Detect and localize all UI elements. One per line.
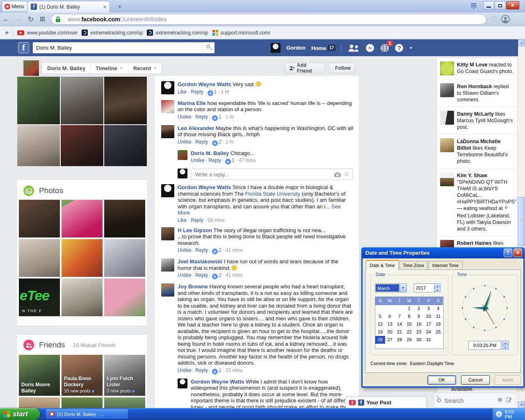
friend-tile[interactable] [104,397,145,408]
recent-tab[interactable]: Recent▼ [128,63,162,73]
tab-time-zone[interactable]: Time Zone [399,261,427,269]
reply-input[interactable] [191,169,353,180]
comment-author[interactable]: Marina Elle [178,100,206,106]
calendar-day[interactable]: 21 [395,328,404,336]
your-post-chat-tab[interactable]: 3 f Your Post [345,397,427,408]
time-field[interactable]: 9:03:25 PM [468,341,501,350]
photo-thumbnail[interactable]: eTee N THE F [19,278,60,316]
bookmark-extremetracking-1[interactable]: extremetracking.com/op [82,30,143,36]
profile-name-tab[interactable]: Doris M. Bailey [42,63,91,73]
comment-author[interactable]: H Lee Gipson [178,227,212,233]
photo-thumbnail[interactable] [19,239,60,277]
avatar[interactable] [161,227,174,240]
chevron-down-icon[interactable]: ▼ [399,284,406,292]
follow-button[interactable]: Follow [328,63,355,73]
unlike-link[interactable]: Unlike [178,272,191,278]
calendar-day[interactable]: 18 [434,320,443,328]
calendar-day[interactable]: 31 [424,336,434,344]
tab-date-time[interactable]: Date & Time [366,260,399,270]
like-count[interactable]: 2 [212,247,221,253]
avatar[interactable] [440,172,454,186]
unlike-link[interactable]: Unlike [178,247,191,253]
photo-thumbnail[interactable] [19,200,60,237]
calendar-day[interactable]: 12 [375,320,385,328]
calendar-day[interactable]: 23 [414,328,424,336]
friend-tile[interactable]: Paula Bono Dockery10 new posts [62,355,103,396]
comment-author[interactable]: Gordon Wayne Watts [178,81,231,87]
smiley-icon[interactable]: ☺ [343,170,350,178]
year-spinner[interactable]: 2017 ▲▼ [413,283,441,292]
calendar-day[interactable]: 9 [414,313,424,320]
avatar[interactable] [161,283,174,297]
dialog-help-icon[interactable]: ? [504,249,512,257]
calendar-day[interactable]: 2 [414,305,424,313]
unlike-link[interactable]: Unlike [178,139,191,145]
scrollbar-thumb[interactable] [518,197,525,246]
browser-tab[interactable]: f (1) Doris M. Bailey × [27,1,110,12]
ticker-name[interactable]: Kitty M Love [457,62,487,68]
home-link[interactable]: Home [311,45,326,51]
notifications-globe-icon[interactable]: 1 [380,43,389,52]
photo-thumbnail[interactable] [62,239,103,277]
calendar-day[interactable]: 17 [424,320,434,328]
like-count[interactable]: 1 [212,368,221,373]
reply-link[interactable]: Reply [208,158,221,163]
unlike-link[interactable]: Unlike [191,158,204,163]
fsu-link[interactable]: Florida State University [245,191,300,197]
restore-button[interactable] [495,1,506,9]
reply-link[interactable]: Reply [191,217,203,223]
calendar-day[interactable]: 28 [395,336,404,344]
reply-link[interactable]: Reply [195,114,208,120]
avatar[interactable] [440,111,454,125]
calendar-day[interactable]: 22 [404,328,414,336]
avatar[interactable] [440,83,454,97]
friend-tile[interactable] [62,397,103,408]
calendar-day[interactable]: 3 [424,305,434,313]
photo-thumbnail[interactable] [104,200,145,237]
ticker-name[interactable]: Kim Y. Shaw [457,173,487,178]
avatar[interactable] [161,100,174,113]
calendar-day[interactable]: 7 [395,313,404,320]
reload-icon[interactable]: ↻ [25,15,37,24]
new-tab-button[interactable]: + [115,3,125,10]
unlike-link[interactable]: Unlike [178,368,191,373]
collage-photo[interactable] [61,125,103,166]
comment-author[interactable]: Joel Maslakowski [178,258,222,265]
ticker-name[interactable]: Robert Haines [457,240,492,246]
calendar-day[interactable]: 24 [424,328,434,336]
calendar-day[interactable]: 30 [414,336,424,344]
tab-internet-time[interactable]: Internet Time [428,261,463,269]
avatar[interactable] [440,62,454,75]
calendar[interactable]: SMTWTFS123456789101112131415161718192021… [375,297,444,349]
reply-link[interactable]: Reply [195,139,208,145]
spin-up-icon[interactable]: ▲ [434,284,440,288]
cancel-button[interactable]: Cancel [461,375,490,385]
reply-link[interactable]: Reply [195,247,208,253]
collage-photo[interactable] [61,77,103,124]
calendar-day[interactable]: 25 [434,328,443,336]
taskbar-item[interactable]: (1) Doris M. Bailey - ... [46,409,128,419]
like-count[interactable]: 2 [212,272,221,278]
calendar-day[interactable]: 1 [404,305,414,313]
analog-clock[interactable] [457,280,513,336]
collage-photo[interactable] [104,125,147,166]
browser-profile-icon[interactable] [501,15,510,23]
add-friend-button[interactable]: Add Friend [285,63,325,73]
calendar-day[interactable]: 15 [404,320,414,328]
messenger-icon[interactable] [365,43,374,52]
photos-title[interactable]: Photos [39,186,63,195]
calendar-day[interactable]: 10 [424,313,434,320]
close-button[interactable]: ✕ [506,1,519,9]
comment-author[interactable]: Gordon Wayne Watts [178,184,231,190]
avatar[interactable] [440,138,454,152]
avatar[interactable] [271,43,281,53]
start-button[interactable]: start [0,408,40,420]
camera-icon[interactable] [334,171,341,179]
reply-link[interactable]: Reply [195,272,208,278]
comment-author[interactable]: Doris M. Bailey [191,150,229,156]
calendar-day[interactable]: 29 [404,336,414,344]
profile-thumbnail[interactable] [23,59,40,77]
collage-photo[interactable] [104,77,147,124]
forward-icon[interactable]: → [12,15,25,23]
calendar-day[interactable]: 19 [375,328,385,336]
